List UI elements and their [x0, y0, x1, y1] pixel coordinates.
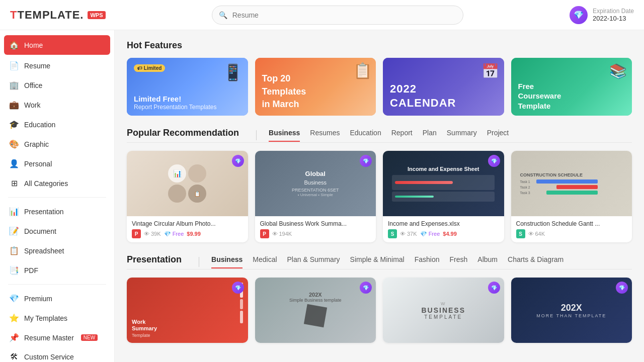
popular-cards-grid: 📊 📋 💎 Vintage Circular Album Photo... P — [127, 151, 632, 242]
banner-top20-content: Top 20Templatesin March — [255, 67, 376, 116]
sidebar-item-work[interactable]: 💼 Work — [0, 95, 114, 115]
sidebar-item-spreadsheet[interactable]: 📋 Spreadsheet — [0, 241, 114, 260]
card-global[interactable]: Global Business PRESENTATION 6SET • Univ… — [255, 151, 376, 242]
banner-grid: 📱 🏷 Limited Limited Free! Report Present… — [127, 58, 632, 116]
tab-plan[interactable]: Plan — [423, 129, 437, 142]
popular-tabs-row: Popular Recommendation Business Resumes … — [127, 128, 632, 143]
sidebar-item-pdf[interactable]: 📑 PDF — [0, 260, 114, 280]
sidebar-item-document[interactable]: 📝 Document — [0, 221, 114, 241]
sidebar-item-resume[interactable]: 📄 Resume — [0, 56, 114, 75]
tab-education[interactable]: Education — [350, 129, 381, 142]
tab-summary[interactable]: Summary — [447, 129, 477, 142]
resume-master-icon: 📌 — [9, 333, 19, 342]
banner-limited-free[interactable]: 📱 🏷 Limited Limited Free! Report Present… — [127, 58, 248, 116]
banner-calendar[interactable]: 📅 2022CALENDAR — [383, 58, 504, 116]
card-meta-vintage: P 👁 39K 💎 Free $9.99 — [132, 229, 243, 238]
sidebar-item-personal[interactable]: 👤 Personal — [0, 154, 114, 173]
my-templates-icon: ⭐ — [9, 313, 19, 323]
sidebar-item-office[interactable]: 🏢 Office — [0, 75, 114, 95]
premium-badge-global: 💎 — [360, 155, 372, 167]
pres-tab-business[interactable]: Business — [211, 255, 243, 268]
user-info: 💎 Expiration Date 2022-10-13 — [570, 6, 634, 24]
tab-resumes[interactable]: Resumes — [310, 129, 340, 142]
sidebar-label-spreadsheet: Spreadsheet — [24, 247, 64, 255]
banner-limited-title: Limited Free! — [134, 94, 241, 104]
pres-tab-plan[interactable]: Plan & Summary — [287, 255, 340, 268]
personal-icon: 👤 — [9, 159, 19, 168]
pres-tab-simple[interactable]: Simple & Minimal — [350, 255, 405, 268]
home-icon: 🏠 — [9, 40, 19, 50]
avatar[interactable]: 💎 — [570, 6, 588, 24]
pres-tab-charts[interactable]: Charts & Diagram — [508, 255, 564, 268]
expiry-date: 2022-10-13 — [593, 15, 634, 22]
tab-project[interactable]: Project — [487, 129, 509, 142]
sidebar-item-education[interactable]: 🎓 Education — [0, 115, 114, 134]
banner-courseware[interactable]: 📚 FreeCoursewareTemplate — [511, 58, 632, 116]
pres-tab-fresh[interactable]: Fresh — [450, 255, 468, 268]
sidebar-label-resume-master: Resume Master — [24, 334, 74, 342]
card-202x-simple[interactable]: 202X Simple Business template 💎 — [255, 278, 376, 343]
card-thumb-work-summary: WorkSummary Template — [127, 278, 248, 343]
pres-tab-album[interactable]: Album — [477, 255, 498, 268]
tab-report[interactable]: Report — [391, 129, 413, 142]
sidebar-label-all: All Categories — [24, 179, 68, 188]
pres-tab-fashion[interactable]: Fashion — [415, 255, 440, 268]
tab-divider-popular — [256, 130, 257, 140]
premium-badge-work: 💎 — [232, 282, 244, 294]
views-gantt: 👁 64K — [528, 231, 545, 237]
sidebar-label-presentation: Presentation — [24, 208, 64, 216]
card-thumb-202x-simple: 202X Simple Business template — [255, 278, 376, 343]
sidebar-label-graphic: Graphic — [24, 140, 49, 148]
spreadsheet-icon: 📋 — [9, 246, 19, 255]
content-area: Hot Features 📱 🏷 Limited Limited Free! R… — [115, 30, 644, 362]
sidebar-label-premium: Premium — [24, 295, 52, 303]
card-thumb-business-template: W BUSINESS TEMPLATE — [383, 278, 504, 343]
logo[interactable]: TTEMPLATE. WPS — [10, 9, 106, 22]
sidebar-label-resume: Resume — [24, 62, 50, 70]
card-income[interactable]: Income and Expense Sheet 💎 — [383, 151, 504, 242]
sidebar-item-custom-service[interactable]: 🛠 Custom Service — [0, 347, 114, 362]
custom-service-icon: 🛠 — [9, 352, 19, 361]
premium-badge-vintage: 💎 — [232, 155, 244, 167]
main-layout: 🏠 Home 📄 Resume 🏢 Office 💼 Work 🎓 Educat… — [0, 30, 644, 362]
banner-calendar-title: 2022CALENDAR — [390, 82, 497, 111]
sidebar-label-pdf: PDF — [24, 266, 38, 275]
type-badge-global: P — [260, 229, 269, 238]
card-gantt[interactable]: CONSTRUCTION SCHEDULE Task 1 Task 2 — [511, 151, 632, 242]
card-vintage[interactable]: 📊 📋 💎 Vintage Circular Album Photo... P — [127, 151, 248, 242]
card-202x-more[interactable]: 202X MORE THAN TEMPLATE 💎 — [511, 278, 632, 343]
expiry-label: Expiration Date — [593, 8, 634, 15]
search-input[interactable] — [212, 6, 463, 25]
sidebar-item-home[interactable]: 🏠 Home — [4, 35, 110, 55]
card-work-summary[interactable]: WorkSummary Template 💎 — [127, 278, 248, 343]
work-icon: 💼 — [9, 100, 19, 110]
card-title-vintage: Vintage Circular Album Photo... — [132, 220, 243, 227]
sidebar-item-all-categories[interactable]: ⊞ All Categories — [0, 173, 114, 193]
hot-features-title: Hot Features — [127, 40, 632, 51]
card-meta-gantt: S 👁 64K — [516, 229, 627, 238]
sidebar-item-premium[interactable]: 💎 Premium — [0, 289, 114, 308]
banner-courseware-title: FreeCoursewareTemplate — [518, 81, 625, 111]
document-icon: 📝 — [9, 226, 19, 236]
sidebar-item-graphic[interactable]: 🎨 Graphic — [0, 134, 114, 154]
tab-business[interactable]: Business — [269, 129, 300, 142]
sidebar-item-my-templates[interactable]: ⭐ My Templates — [0, 308, 114, 328]
presentation-section: Presentation Business Medical Plan & Sum… — [127, 254, 632, 343]
type-badge-gantt: S — [516, 229, 525, 238]
sidebar-item-resume-master[interactable]: 📌 Resume Master NEW — [0, 328, 114, 347]
presentation-cards-grid: WorkSummary Template 💎 — [127, 278, 632, 343]
sidebar: 🏠 Home 📄 Resume 🏢 Office 💼 Work 🎓 Educat… — [0, 30, 115, 362]
header: TTEMPLATE. WPS 🔍 💎 Expiration Date 2022-… — [0, 0, 644, 30]
pres-tab-medical[interactable]: Medical — [253, 255, 277, 268]
banner-top20[interactable]: 📋 Top 20Templatesin March — [255, 58, 376, 116]
sidebar-item-presentation[interactable]: 📊 Presentation — [0, 202, 114, 221]
card-business-template[interactable]: W BUSINESS TEMPLATE 💎 — [383, 278, 504, 343]
card-title-income: Income and Expenses.xlsx — [388, 220, 499, 227]
premium-badge-income: 💎 — [488, 155, 500, 167]
type-badge-vintage: P — [132, 229, 141, 238]
card-info-income: Income and Expenses.xlsx S 👁 37K 💎 Free … — [383, 216, 504, 242]
card-info-vintage: Vintage Circular Album Photo... P 👁 39K … — [127, 216, 248, 242]
sidebar-label-personal: Personal — [24, 160, 52, 168]
price-income: $4.99 — [443, 231, 457, 237]
sidebar-label-home: Home — [24, 41, 43, 49]
